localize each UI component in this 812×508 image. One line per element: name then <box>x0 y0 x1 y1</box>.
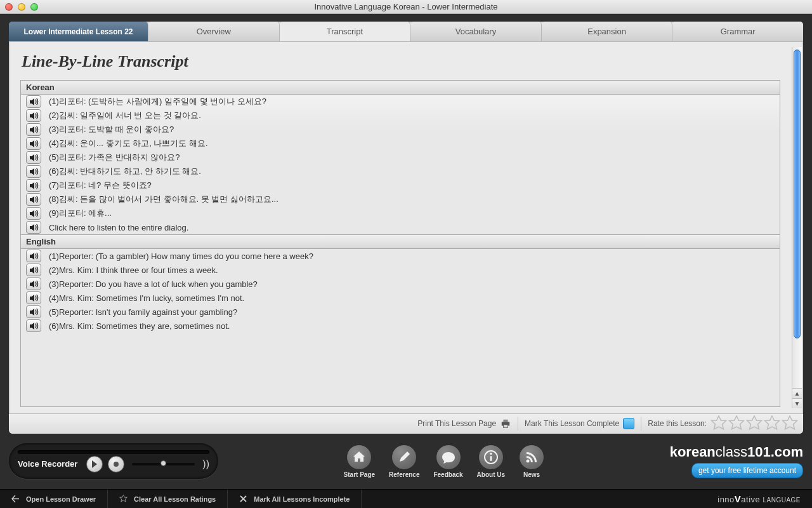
tab-grammar[interactable]: Grammar <box>672 22 803 41</box>
line-text: (4)Mrs. Kim: Sometimes I'm lucky, someti… <box>49 293 244 303</box>
speaker-icon <box>29 266 39 274</box>
speaker-icon <box>29 154 39 162</box>
nav-feedback[interactable]: Feedback <box>433 444 462 478</box>
speaker-icon <box>29 126 39 134</box>
play-line-button[interactable] <box>26 95 41 108</box>
play-line-button[interactable] <box>26 137 41 150</box>
play-line-button[interactable] <box>26 264 41 276</box>
line-text: (2)김씨: 일주일에 서너 번 오는 것 같아요. <box>49 110 201 121</box>
mark-complete-button[interactable]: Mark This Lesson Complete <box>525 418 634 429</box>
tab-transcript[interactable]: Transcript <box>280 22 411 41</box>
nav-about-us[interactable]: About Us <box>477 444 505 478</box>
tab-expansion[interactable]: Expansion <box>542 22 673 41</box>
print-lesson-button[interactable]: Print This Lesson Page <box>417 418 511 429</box>
zoom-icon[interactable] <box>30 3 38 11</box>
window-titlebar: Innovative Language Korean - Lower Inter… <box>0 0 812 14</box>
play-line-button[interactable] <box>26 305 41 318</box>
mark-complete-label: Mark This Lesson Complete <box>525 419 619 428</box>
home-icon <box>346 444 372 470</box>
lesson-badge[interactable]: Lower Intermediate Lesson 22 <box>9 22 148 41</box>
play-line-button[interactable] <box>26 221 41 234</box>
line-text: Click here to listen to the entire dialo… <box>49 223 188 232</box>
recorder-progress[interactable] <box>18 450 209 454</box>
play-line-button[interactable] <box>26 109 41 122</box>
tab-vocabulary[interactable]: Vocabulary <box>410 22 542 41</box>
star-icon[interactable] <box>764 415 780 432</box>
speaker-icon <box>29 98 39 106</box>
speaker-icon <box>29 196 39 204</box>
printer-icon <box>500 418 511 429</box>
scroll-thumb[interactable] <box>794 50 801 338</box>
page-title: Line-By-Line Transcript <box>22 52 780 71</box>
promo: koreanclass101.com get your free lifetim… <box>670 444 803 478</box>
open-lesson-drawer-button[interactable]: Open Lesson Drawer <box>0 490 108 508</box>
volume-icon: )) <box>202 458 209 470</box>
section-header: Korean <box>21 81 780 95</box>
line-text: (4)김씨: 운이... 좋기도 하고, 나쁘기도 해요. <box>49 138 208 149</box>
transcript-line: (3)리포터: 도박할 때 운이 좋아요? <box>21 123 780 137</box>
line-text: (5)리포터: 가족은 반대하지 않아요? <box>49 152 180 163</box>
play-line-button[interactable] <box>26 291 41 304</box>
speaker-icon <box>29 112 39 120</box>
volume-thumb[interactable] <box>160 460 166 466</box>
line-text: (8)김씨: 돈을 많이 벌어서 가면 좋아해요. 못 벌면 싫어하고요... <box>49 194 278 205</box>
volume-slider[interactable] <box>132 463 195 465</box>
transcript-line: (5)리포터: 가족은 반대하지 않아요? <box>21 150 780 164</box>
play-line-button[interactable] <box>26 319 41 332</box>
scrollbar[interactable]: ▲ ▼ <box>792 47 802 408</box>
play-line-button[interactable] <box>26 207 41 220</box>
star-icon[interactable] <box>782 415 798 432</box>
nav-label: News <box>523 471 540 478</box>
line-text: (5)Reporter: Isn't you family against yo… <box>49 307 237 317</box>
play-line-button[interactable] <box>26 123 41 136</box>
promo-cta-button[interactable]: get your free lifetime account <box>691 463 803 478</box>
tab-bar: Lower Intermediate Lesson 22 Overview Tr… <box>9 22 803 42</box>
play-line-button[interactable] <box>26 277 41 290</box>
minimize-icon[interactable] <box>18 3 25 11</box>
scroll-down-icon[interactable]: ▼ <box>792 398 802 408</box>
rate-label: Rate this Lesson: <box>648 419 707 428</box>
line-text: (6)Mrs. Kim: Sometimes they are, sometim… <box>49 321 230 331</box>
chat-icon <box>436 444 461 470</box>
record-icon <box>113 461 119 467</box>
nav-label: Reference <box>389 471 419 478</box>
nav-label: Start Page <box>344 471 375 478</box>
play-button[interactable] <box>86 456 103 472</box>
play-line-button[interactable] <box>26 151 41 164</box>
nav-label: About Us <box>477 471 505 478</box>
recorder-label: Voice Recorder <box>18 459 81 469</box>
star-icon[interactable] <box>710 415 727 432</box>
scroll-up-icon[interactable]: ▲ <box>792 388 802 398</box>
tab-overview[interactable]: Overview <box>148 22 280 41</box>
close-icon[interactable] <box>5 3 13 11</box>
x-icon <box>239 495 247 503</box>
nav-start-page[interactable]: Start Page <box>344 444 375 478</box>
nav-reference[interactable]: Reference <box>389 444 419 478</box>
mark-incomplete-button[interactable]: Mark All Lessons Incomplete <box>228 490 362 508</box>
play-line-button[interactable] <box>26 250 41 262</box>
status-bar: Print This Lesson Page Mark This Lesson … <box>9 413 803 434</box>
transcript-line: (5)Reporter: Isn't you family against yo… <box>21 305 780 319</box>
window-title: Innovative Language Korean - Lower Inter… <box>0 2 812 11</box>
clear-ratings-button[interactable]: Clear All Lesson Ratings <box>108 490 228 508</box>
transcript-line: (4)김씨: 운이... 좋기도 하고, 나쁘기도 해요. <box>21 137 780 150</box>
rating-stars[interactable] <box>710 415 798 432</box>
transcript-line: (2)Mrs. Kim: I think three or four times… <box>21 263 780 277</box>
pen-icon <box>391 444 417 470</box>
play-line-button[interactable] <box>26 179 41 192</box>
brand-label: innoVative LANGUAGE <box>717 493 812 504</box>
star-icon[interactable] <box>746 415 763 432</box>
line-text: (3)리포터: 도박할 때 운이 좋아요? <box>49 124 174 135</box>
record-button[interactable] <box>108 456 124 472</box>
speaker-icon <box>29 168 39 176</box>
complete-checkbox-icon <box>623 418 634 429</box>
nav-news[interactable]: News <box>519 444 544 478</box>
play-line-button[interactable] <box>26 193 41 206</box>
transcript-line: (6)Mrs. Kim: Sometimes they are, sometim… <box>21 319 780 333</box>
transcript-line: (3)Reporter: Do you have a lot of luck w… <box>21 277 780 291</box>
speaker-icon <box>29 182 39 190</box>
star-icon[interactable] <box>728 415 745 432</box>
transcript-line: (6)김씨: 반대하기도 하고, 안 하기도 해요. <box>21 164 780 178</box>
line-text: (6)김씨: 반대하기도 하고, 안 하기도 해요. <box>49 166 201 177</box>
play-line-button[interactable] <box>26 165 41 178</box>
